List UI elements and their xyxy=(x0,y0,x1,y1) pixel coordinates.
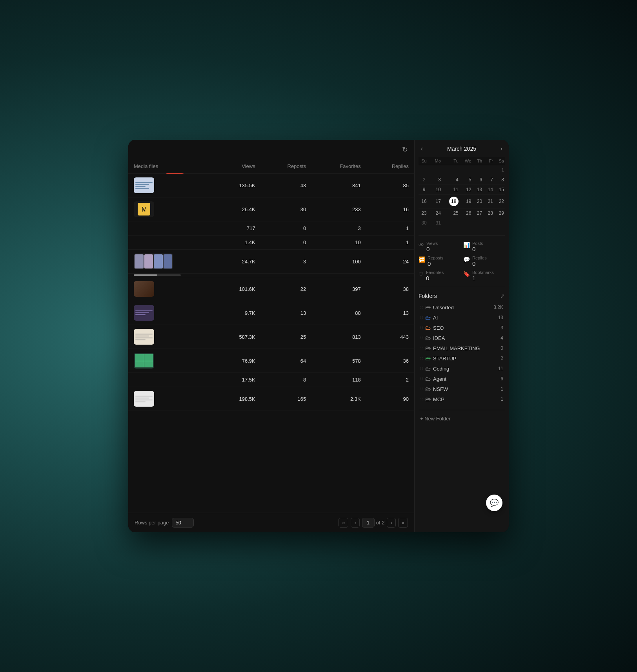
cell-favorites: 88 xyxy=(311,301,366,325)
calendar-day[interactable]: 15 xyxy=(494,185,505,195)
cell-replies: 1 xyxy=(366,236,414,250)
calendar-day[interactable]: 14 xyxy=(483,185,494,195)
rows-per-page-control: Rows per page 50 25 100 xyxy=(135,518,194,528)
folder-item-seo[interactable]: ⠿🗁SEO3 xyxy=(419,323,505,333)
first-page-button[interactable]: « xyxy=(339,518,348,528)
cell-views: 9.7K xyxy=(214,301,260,325)
rows-per-page-select[interactable]: 50 25 100 xyxy=(172,518,194,528)
folder-item-nsfw[interactable]: ⠿🗁NSFW1 xyxy=(419,384,505,394)
media-cell-inner xyxy=(134,177,209,193)
cell-replies: 13 xyxy=(366,301,414,325)
calendar-day[interactable]: 5 xyxy=(459,175,472,185)
bookmarks-label: Bookmarks xyxy=(472,270,494,275)
media-cell-inner xyxy=(134,353,209,369)
calendar-week-row: 23242526272829 xyxy=(419,208,505,218)
calendar-day[interactable]: 22 xyxy=(494,195,505,208)
folder-name-label: Coding xyxy=(433,366,496,372)
calendar-day[interactable]: 17 xyxy=(430,195,442,208)
divider-3 xyxy=(419,410,505,410)
stat-reposts: 🔁 Reposts 0 xyxy=(419,256,460,267)
table-row[interactable]: 1.4K0101 xyxy=(128,236,414,250)
folders-list: ⠿🗁Unsorted3.2K⠿🗁AI13⠿🗁SEO3⠿🗁IDEA4⠿🗁EMAIL… xyxy=(419,302,505,404)
table-row[interactable]: M26.4K3023316 xyxy=(128,197,414,221)
table-row[interactable]: 24.7K310024 xyxy=(128,250,414,274)
calendar-day[interactable]: 18 xyxy=(442,195,459,208)
new-folder-button[interactable]: + New Folder xyxy=(415,413,509,425)
folder-icon: 🗁 xyxy=(425,376,431,382)
calendar-day[interactable]: 23 xyxy=(419,208,430,218)
calendar-day[interactable]: 21 xyxy=(483,195,494,208)
calendar-day[interactable]: 26 xyxy=(459,208,472,218)
calendar-day[interactable]: 16 xyxy=(419,195,430,208)
folders-expand-button[interactable]: ⤢ xyxy=(500,293,505,299)
calendar-day xyxy=(472,218,483,228)
cell-reposts: 13 xyxy=(261,301,312,325)
last-page-button[interactable]: » xyxy=(398,518,408,528)
calendar-day[interactable]: 6 xyxy=(472,175,483,185)
stat-posts: 📊 Posts 0 xyxy=(463,241,505,252)
calendar-day[interactable]: 20 xyxy=(472,195,483,208)
prev-page-button[interactable]: ‹ xyxy=(351,518,359,528)
calendar-day[interactable]: 27 xyxy=(472,208,483,218)
folder-icon: 🗁 xyxy=(425,345,431,351)
calendar-day[interactable]: 1 xyxy=(494,165,505,175)
calendar-day[interactable]: 7 xyxy=(483,175,494,185)
calendar-day[interactable]: 13 xyxy=(472,185,483,195)
calendar-day[interactable]: 8 xyxy=(494,175,505,185)
table-row[interactable]: 198.5K1652.3K90 xyxy=(128,387,414,411)
drag-handle-icon: ⠿ xyxy=(420,397,423,402)
cell-favorites: 3 xyxy=(311,221,366,236)
table-row[interactable]: 717031 xyxy=(128,221,414,236)
cell-views: 17.5K xyxy=(214,373,260,387)
calendar-day[interactable]: 31 xyxy=(430,218,442,228)
cell-favorites: 397 xyxy=(311,277,366,301)
folder-name-label: SEO xyxy=(433,325,498,331)
cell-reposts: 22 xyxy=(261,277,312,301)
calendar-day[interactable]: 30 xyxy=(419,218,430,228)
folder-item-startup[interactable]: ⠿🗁STARTUP2 xyxy=(419,353,505,363)
calendar-day[interactable]: 19 xyxy=(459,195,472,208)
next-page-button[interactable]: › xyxy=(387,518,395,528)
chat-button[interactable]: 💬 xyxy=(486,495,502,511)
cell-replies: 90 xyxy=(366,387,414,411)
replies-icon: 💬 xyxy=(463,256,470,263)
calendar-day[interactable]: 11 xyxy=(442,185,459,195)
calendar-day[interactable]: 4 xyxy=(442,175,459,185)
media-cell xyxy=(128,221,214,236)
table-row[interactable]: 587.3K25813443 xyxy=(128,325,414,349)
folder-item-agent[interactable]: ⠿🗁Agent6 xyxy=(419,374,505,384)
calendar-day[interactable]: 12 xyxy=(459,185,472,195)
calendar-day[interactable]: 24 xyxy=(430,208,442,218)
calendar-day xyxy=(494,218,505,228)
table-row[interactable]: 9.7K138813 xyxy=(128,301,414,325)
calendar-next-button[interactable]: › xyxy=(498,144,505,153)
drag-handle-icon: ⠿ xyxy=(420,346,423,351)
svg-text:M: M xyxy=(142,206,147,213)
col-reposts: Reposts xyxy=(261,159,312,173)
mini-scrollbar[interactable] xyxy=(134,274,181,276)
folder-item-ai[interactable]: ⠿🗁AI13 xyxy=(419,312,505,323)
calendar-day[interactable]: 25 xyxy=(442,208,459,218)
table-row[interactable]: 76.9K6457836 xyxy=(128,349,414,373)
folder-item-email-marketing[interactable]: ⠿🗁EMAIL MARKETING0 xyxy=(419,343,505,353)
cell-reposts: 64 xyxy=(261,349,312,373)
folder-item-coding[interactable]: ⠿🗁Coding11 xyxy=(419,363,505,374)
calendar-prev-button[interactable]: ‹ xyxy=(419,144,425,153)
calendar-day-header: Tu xyxy=(442,157,459,165)
refresh-icon[interactable]: ↻ xyxy=(402,145,408,154)
table-row[interactable]: 17.5K81182 xyxy=(128,373,414,387)
cell-views: 198.5K xyxy=(214,387,260,411)
calendar-day[interactable]: 9 xyxy=(419,185,430,195)
cell-replies: 38 xyxy=(366,277,414,301)
folder-item-mcp[interactable]: ⠿🗁MCP1 xyxy=(419,394,505,404)
calendar-day[interactable]: 28 xyxy=(483,208,494,218)
folder-item-idea[interactable]: ⠿🗁IDEA4 xyxy=(419,333,505,343)
calendar-day[interactable]: 2 xyxy=(419,175,430,185)
table-row[interactable]: 101.6K2239738 xyxy=(128,277,414,301)
folder-name-label: Agent xyxy=(433,376,498,382)
calendar-day[interactable]: 29 xyxy=(494,208,505,218)
folder-item-unsorted[interactable]: ⠿🗁Unsorted3.2K xyxy=(419,302,505,312)
table-row[interactable]: 135.5K4384185 xyxy=(128,173,414,197)
calendar-day[interactable]: 3 xyxy=(430,175,442,185)
calendar-day[interactable]: 10 xyxy=(430,185,442,195)
